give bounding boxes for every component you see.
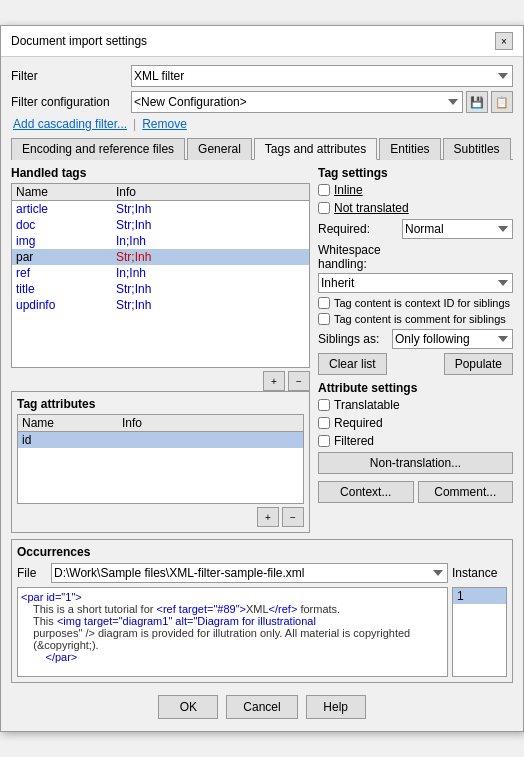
row-name: par [16, 250, 116, 264]
dialog-title: Document import settings [11, 34, 147, 48]
attr-col-info: Info [122, 416, 299, 430]
attr-required-label: Required [334, 416, 383, 430]
row-name: article [16, 202, 116, 216]
handled-tags-toolbar: + − [11, 371, 310, 391]
links-row: Add cascading filter... | Remove [11, 117, 513, 131]
handled-tags-label: Handled tags [11, 166, 310, 180]
link-separator: | [133, 117, 136, 131]
not-translated-checkbox[interactable] [318, 202, 330, 214]
saveas-config-button[interactable]: 📋 [491, 91, 513, 113]
row-info: Str;Inh [116, 250, 305, 264]
comment-row: Tag content is comment for siblings [318, 313, 513, 325]
instance-item[interactable]: 1 [453, 588, 506, 604]
attr-settings-content: Translatable Required Filtered Non-trans… [318, 398, 513, 503]
occurrences-header: Occurrences [17, 545, 507, 559]
occ-content-area: <par id="1"> This is a short tutorial fo… [17, 587, 507, 677]
remove-tag-button[interactable]: − [288, 371, 310, 391]
comment-checkbox[interactable] [318, 313, 330, 325]
tab-encoding[interactable]: Encoding and reference files [11, 138, 185, 160]
filtered-label: Filtered [334, 434, 374, 448]
non-translation-button[interactable]: Non-translation... [318, 452, 513, 474]
occ-file-select[interactable]: D:\Work\Sample files\XML-filter-sample-f… [51, 563, 448, 583]
tab-subtitles[interactable]: Subtitles [443, 138, 511, 160]
inline-row: Inline [318, 183, 513, 197]
table-row[interactable]: doc Str;Inh [12, 217, 309, 233]
required-row: Required: Normal [318, 219, 513, 239]
filter-config-control: <New Configuration> 💾 📋 [131, 91, 513, 113]
right-panel: Tag settings Inline Not translated Requi… [318, 166, 513, 539]
dialog-body: Filter XML filter Filter configuration <… [1, 57, 523, 731]
attr-col-name: Name [22, 416, 122, 430]
context-id-row: Tag content is context ID for siblings [318, 297, 513, 309]
document-import-settings-dialog: Document import settings × Filter XML fi… [0, 25, 524, 732]
tab-tags[interactable]: Tags and attributes [254, 138, 377, 160]
remove-attr-button[interactable]: − [282, 507, 304, 527]
filter-config-select[interactable]: <New Configuration> [131, 91, 463, 113]
filter-select[interactable]: XML filter [131, 65, 513, 87]
table-row[interactable]: article Str;Inh [12, 201, 309, 217]
whitespace-select[interactable]: Inherit [318, 273, 513, 293]
tab-general[interactable]: General [187, 138, 252, 160]
row-info: Str;Inh [116, 298, 305, 312]
context-id-checkbox[interactable] [318, 297, 330, 309]
filtered-row: Filtered [318, 434, 513, 448]
add-cascading-link[interactable]: Add cascading filter... [13, 117, 127, 131]
help-button[interactable]: Help [306, 695, 366, 719]
attr-required-row: Required [318, 416, 513, 430]
attr-header: Name Info [18, 415, 303, 432]
filter-row: Filter XML filter [11, 65, 513, 87]
ok-button[interactable]: OK [158, 695, 218, 719]
siblings-label: Siblings as: [318, 332, 388, 346]
col-name: Name [16, 185, 116, 199]
tag-attributes-section: Tag attributes Name Info id + − [11, 391, 310, 533]
table-row[interactable]: updinfo Str;Inh [12, 297, 309, 313]
tag-settings-content: Inline Not translated Required: Normal W… [318, 183, 513, 375]
table-row[interactable]: title Str;Inh [12, 281, 309, 297]
attr-row-selected[interactable]: id [18, 432, 303, 448]
left-panel: Handled tags Name Info article Str;Inh d… [11, 166, 310, 539]
translatable-row: Translatable [318, 398, 513, 412]
attr-toolbar: + − [17, 507, 304, 527]
not-translated-label: Not translated [334, 201, 409, 215]
non-translation-row: Non-translation... [318, 452, 513, 477]
inline-checkbox[interactable] [318, 184, 330, 196]
row-info: Str;Inh [116, 218, 305, 232]
required-label: Required: [318, 222, 398, 236]
remove-link[interactable]: Remove [142, 117, 187, 131]
tag-attributes-table[interactable]: Name Info id [17, 414, 304, 504]
populate-button[interactable]: Populate [444, 353, 513, 375]
close-button[interactable]: × [495, 32, 513, 50]
add-tag-button[interactable]: + [263, 371, 285, 391]
handled-tags-table[interactable]: Name Info article Str;Inh doc Str;Inh im… [11, 183, 310, 368]
table-row[interactable]: ref In;Inh [12, 265, 309, 281]
comment-button[interactable]: Comment... [418, 481, 514, 503]
context-id-label: Tag content is context ID for siblings [334, 297, 510, 309]
table-row[interactable]: img In;Inh [12, 233, 309, 249]
clear-list-button[interactable]: Clear list [318, 353, 387, 375]
siblings-select[interactable]: Only following [392, 329, 513, 349]
add-attr-button[interactable]: + [257, 507, 279, 527]
tag-attributes-label: Tag attributes [17, 397, 304, 411]
save-config-button[interactable]: 💾 [466, 91, 488, 113]
attr-settings-label: Attribute settings [318, 381, 513, 395]
siblings-row: Siblings as: Only following [318, 329, 513, 349]
translatable-label: Translatable [334, 398, 400, 412]
table-row-selected[interactable]: par Str;Inh [12, 249, 309, 265]
inline-label: Inline [334, 183, 363, 197]
tab-entities[interactable]: Entities [379, 138, 440, 160]
required-select[interactable]: Normal [402, 219, 513, 239]
bottom-buttons: OK Cancel Help [11, 691, 513, 723]
whitespace-label: Whitespace handling: [318, 243, 428, 271]
attr-row-name: id [22, 433, 122, 447]
main-content: Handled tags Name Info article Str;Inh d… [11, 166, 513, 539]
filter-config-row: Filter configuration <New Configuration>… [11, 91, 513, 113]
translatable-checkbox[interactable] [318, 399, 330, 411]
occurrences-section: Occurrences File D:\Work\Sample files\XM… [11, 539, 513, 683]
row-name: title [16, 282, 116, 296]
filtered-checkbox[interactable] [318, 435, 330, 447]
context-button[interactable]: Context... [318, 481, 414, 503]
row-name: ref [16, 266, 116, 280]
occ-instance-box[interactable]: 1 [452, 587, 507, 677]
attr-required-checkbox[interactable] [318, 417, 330, 429]
cancel-button[interactable]: Cancel [226, 695, 297, 719]
